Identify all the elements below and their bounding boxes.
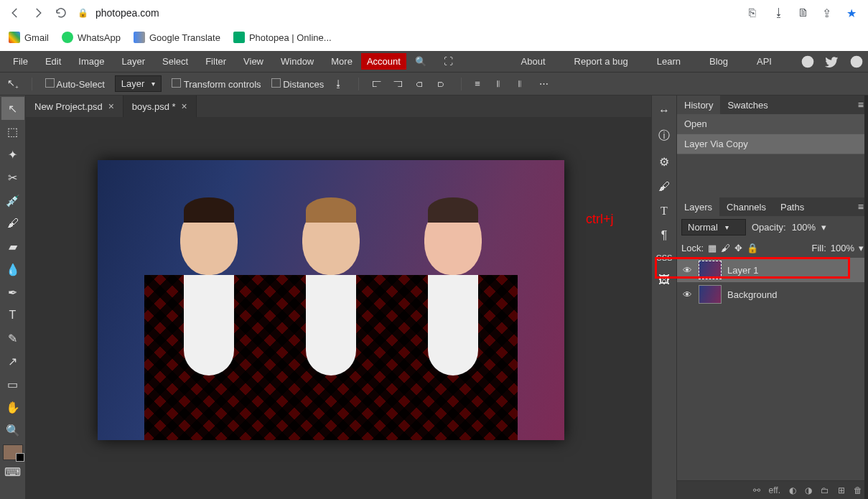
tab-layers[interactable]: Layers <box>677 197 719 216</box>
align-top-icon[interactable]: ⫐ <box>437 78 448 90</box>
reload-icon[interactable] <box>55 6 67 19</box>
tab-history[interactable]: History <box>677 95 720 114</box>
link-layers-icon[interactable]: ⚯ <box>753 485 760 495</box>
menu-about[interactable]: About <box>513 56 554 67</box>
brush-tool[interactable]: 🖌 <box>1 212 24 235</box>
align-left-icon[interactable]: ⫍ <box>372 78 383 90</box>
lock-all-icon[interactable]: 🔒 <box>747 243 758 253</box>
layer-name[interactable]: Background <box>727 289 777 300</box>
menu-view[interactable]: View <box>235 56 272 67</box>
info-panel-icon[interactable]: ⓘ <box>658 123 670 149</box>
paragraph-panel-icon[interactable]: ¶ <box>661 223 668 248</box>
bookmark-whatsapp[interactable]: WhatsApp <box>62 32 121 43</box>
css-panel-icon[interactable]: CSS <box>656 248 673 268</box>
adjustments-icon[interactable]: ⚙ <box>659 149 669 174</box>
twitter-icon[interactable] <box>825 55 839 69</box>
search-icon[interactable]: 🔍 <box>406 56 435 67</box>
zoom-tool[interactable]: 🔍 <box>1 419 24 442</box>
crop-tool[interactable]: ✂ <box>1 166 24 189</box>
menu-report-bug[interactable]: Report a bug <box>566 56 637 67</box>
align-right-icon[interactable]: ⫏ <box>415 78 426 90</box>
hand-tool[interactable]: ✋ <box>1 396 24 419</box>
align-center-h-icon[interactable]: ⫎ <box>393 78 405 90</box>
move-tool[interactable]: ↖ <box>1 97 24 120</box>
layer-mask-icon[interactable]: ◐ <box>789 485 796 495</box>
tab-swatches[interactable]: Swatches <box>720 95 775 114</box>
healing-tool[interactable]: ✎ <box>1 327 24 350</box>
menu-more[interactable]: More <box>322 56 361 67</box>
menu-api[interactable]: API <box>748 56 780 67</box>
menu-edit[interactable]: Edit <box>37 56 70 67</box>
bookmark-gmail[interactable]: Gmail <box>9 32 49 43</box>
blur-tool[interactable]: 💧 <box>1 258 24 281</box>
install-icon[interactable]: ⎘ <box>749 6 762 19</box>
pen-tool[interactable]: ✒ <box>1 281 24 304</box>
fill-value[interactable]: 100% <box>831 243 854 253</box>
delete-layer-icon[interactable]: 🗑 <box>854 485 862 495</box>
close-icon[interactable]: × <box>182 101 187 112</box>
reddit-icon[interactable] <box>801 55 815 69</box>
history-item-open[interactable]: Open <box>677 114 868 134</box>
fullscreen-icon[interactable]: ⛶ <box>435 56 462 67</box>
menu-image[interactable]: Image <box>70 56 113 67</box>
brush-panel-icon[interactable]: 🖌 <box>658 174 670 199</box>
color-swatch[interactable] <box>3 444 23 460</box>
gradient-tool[interactable]: ▰ <box>1 235 24 258</box>
layer-row-layer1[interactable]: 👁 Layer 1 <box>677 258 868 282</box>
layer-thumbnail[interactable] <box>699 285 722 304</box>
bookmark-google-translate[interactable]: Google Translate <box>134 32 220 43</box>
adjustment-layer-icon[interactable]: ◑ <box>805 485 812 495</box>
menu-account[interactable]: Account <box>361 53 406 70</box>
eyedropper-tool[interactable]: 💉 <box>1 189 24 212</box>
layer-effects-icon[interactable]: eff. <box>769 485 780 495</box>
layer-row-background[interactable]: 👁 Background <box>677 282 868 307</box>
page-icon[interactable]: 🗎 <box>798 6 811 19</box>
distribute-space-icon[interactable]: ⦀ <box>518 78 529 90</box>
new-folder-icon[interactable]: 🗀 <box>821 485 829 495</box>
image-panel-icon[interactable]: 🖼 <box>658 268 670 292</box>
menu-blog[interactable]: Blog <box>701 56 737 67</box>
menu-select[interactable]: Select <box>154 56 197 67</box>
menu-learn[interactable]: Learn <box>648 56 689 67</box>
distribute-v-icon[interactable]: ⦀ <box>496 78 508 90</box>
opacity-value[interactable]: 100% <box>792 222 816 233</box>
facebook-icon[interactable] <box>849 55 864 69</box>
url-bar[interactable]: 🔒 photopea.com <box>78 7 159 19</box>
menu-layer[interactable]: Layer <box>113 56 154 67</box>
place-icon[interactable]: ⭳ <box>334 78 345 90</box>
auto-select-checkbox[interactable]: Auto-Select <box>45 78 105 90</box>
history-item-layer-via-copy[interactable]: Layer Via Copy <box>677 134 868 154</box>
star-icon[interactable]: ★ <box>846 6 859 19</box>
type-tool[interactable]: T <box>1 304 24 327</box>
transform-controls-checkbox[interactable]: Transform controls <box>172 78 261 90</box>
collapse-icon[interactable]: ↔ <box>658 98 670 123</box>
dropdown-icon[interactable]: ▾ <box>821 222 826 233</box>
blend-mode-dropdown[interactable]: Normal <box>681 219 746 235</box>
layer-name[interactable]: Layer 1 <box>727 265 758 276</box>
bookmark-photopea[interactable]: Photopea | Online... <box>233 32 332 43</box>
menu-file[interactable]: File <box>4 56 37 67</box>
tab-new-project[interactable]: New Project.psd× <box>26 95 123 117</box>
menu-filter[interactable]: Filter <box>197 56 235 67</box>
back-icon[interactable] <box>9 6 22 19</box>
share-icon[interactable]: ⇪ <box>822 6 835 19</box>
character-panel-icon[interactable]: T <box>661 199 668 223</box>
close-icon[interactable]: × <box>108 101 114 112</box>
layer-thumbnail[interactable] <box>699 261 722 279</box>
download-icon[interactable]: ⭳ <box>773 6 786 19</box>
tab-boys[interactable]: boys.psd *× <box>123 95 197 117</box>
lock-pixels-icon[interactable]: ▦ <box>708 243 717 253</box>
keyboard-icon[interactable]: ⌨ <box>1 460 24 483</box>
dropdown-icon[interactable]: ▾ <box>859 243 864 253</box>
shape-tool[interactable]: ▭ <box>1 373 24 396</box>
distribute-h-icon[interactable]: ≡ <box>475 78 486 90</box>
marquee-tool[interactable]: ⬚ <box>1 120 24 143</box>
visibility-icon[interactable]: 👁 <box>681 289 693 300</box>
visibility-icon[interactable]: 👁 <box>681 265 693 276</box>
distances-checkbox[interactable]: Distances <box>271 78 325 90</box>
more-options-icon[interactable]: ⋯ <box>539 78 551 90</box>
layer-target-dropdown[interactable]: Layer <box>115 75 162 92</box>
tab-paths[interactable]: Paths <box>773 197 811 216</box>
wand-tool[interactable]: ✦ <box>1 143 24 166</box>
lock-brush-icon[interactable]: 🖌 <box>721 243 730 253</box>
